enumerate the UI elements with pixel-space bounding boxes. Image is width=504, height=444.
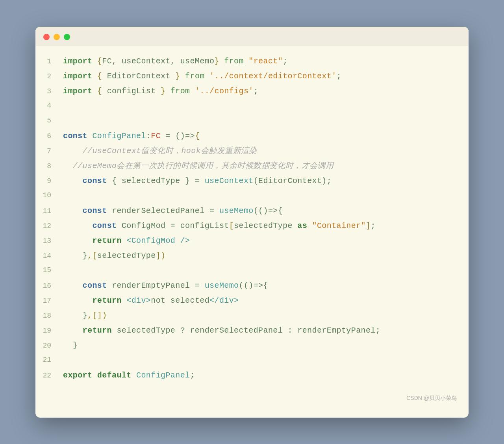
code-line: 17 return <div>not selected</div> (35, 293, 469, 308)
code-token (63, 281, 83, 290)
code-token: ConfigMod (132, 236, 180, 245)
code-token (63, 176, 83, 185)
code-token (63, 206, 83, 215)
code-line: 8 //useMemo会在第一次执行的时候调用，其余时候数据变化时，才会调用 (35, 159, 469, 174)
line-number: 16 (35, 280, 59, 292)
line-number: 18 (35, 310, 59, 322)
code-line: 6const ConfigPanel:FC = ()=>{ (35, 129, 469, 144)
line-number: 21 (35, 354, 59, 366)
code-line: 7 //useContext值变化时，hook会触发重新渲染 (35, 144, 469, 159)
code-token: '../configs' (195, 87, 254, 96)
line-content: const ConfigPanel:FC = ()=>{ (59, 130, 200, 143)
code-token: useMemo (219, 206, 254, 215)
code-token: useMemo (205, 281, 239, 290)
code-token: as (297, 221, 307, 230)
code-token: FC, useContext, useMemo (102, 57, 214, 66)
line-number: 1 (35, 56, 59, 68)
code-line: 12 const ConfigMod = configList[selected… (35, 218, 469, 233)
code-token: const (83, 281, 112, 290)
code-token: } (63, 311, 87, 320)
line-number: 10 (35, 189, 59, 202)
code-token: < (126, 236, 131, 245)
code-token: from (165, 87, 195, 96)
close-button[interactable] (43, 34, 50, 40)
line-number: 9 (35, 175, 59, 187)
line-number: 3 (35, 85, 59, 98)
code-token (63, 221, 92, 230)
watermark-text: CSDN @贝贝小荣鸟 (35, 391, 469, 402)
code-token: ; (371, 221, 375, 230)
code-token: EditorContext (258, 176, 322, 185)
code-token: renderSelectedPanel = (112, 206, 219, 215)
code-token: { (97, 87, 107, 96)
titlebar (35, 27, 469, 46)
line-content: } (59, 339, 78, 352)
code-line: 9 const { selectedType } = useContext(Ed… (35, 174, 469, 189)
code-token: selectedType (97, 251, 156, 260)
code-token: { (97, 72, 107, 81)
code-line: 11 const renderSelectedPanel = useMemo((… (35, 204, 469, 218)
line-number: 17 (35, 295, 59, 307)
code-token: ]) (156, 251, 166, 260)
line-content: return selectedType ? renderSelectedPane… (59, 324, 380, 337)
code-token: { selectedType } = (112, 176, 205, 185)
maximize-button[interactable] (64, 34, 70, 40)
code-token: (()=>{ (239, 281, 268, 290)
line-number: 2 (35, 70, 59, 83)
code-token: : (146, 131, 151, 141)
code-token: ]) (97, 311, 107, 320)
code-token: ; (283, 57, 287, 66)
code-editor: 1import {FC, useContext, useMemo} from "… (35, 46, 469, 391)
code-line: 1import {FC, useContext, useMemo} from "… (35, 54, 469, 69)
code-token: ; (190, 371, 195, 380)
code-token: return (92, 236, 126, 245)
code-token (63, 236, 92, 245)
code-token: ; (337, 72, 341, 81)
code-token (63, 326, 83, 335)
line-content: //useMemo会在第一次执行的时候调用，其余时候数据变化时，才会调用 (59, 159, 334, 173)
code-line: 14 },[selectedType]) (35, 248, 469, 263)
code-token: import (63, 57, 97, 66)
code-token: EditorContext (107, 72, 176, 81)
code-token: const (83, 206, 112, 215)
code-line: 21 (35, 353, 469, 368)
code-line: 4 (35, 99, 469, 114)
code-line: 5 (35, 114, 469, 129)
code-token: </div> (209, 296, 239, 305)
code-token: /> (180, 236, 190, 245)
code-token: ); (322, 176, 332, 185)
code-line: 13 return <ConfigMod /> (35, 233, 469, 248)
code-token: not selected (151, 296, 209, 305)
code-token: } (214, 57, 219, 66)
code-token: { (97, 57, 102, 66)
minimize-button[interactable] (54, 34, 60, 40)
code-token: { (195, 131, 200, 141)
line-number: 4 (35, 100, 59, 112)
line-content: const ConfigMod = configList[selectedTyp… (59, 219, 376, 233)
code-line: 19 return selectedType ? renderSelectedP… (35, 323, 469, 338)
code-token (63, 296, 92, 305)
code-token: from (180, 72, 209, 81)
code-token: import (63, 87, 97, 96)
code-token: default (97, 371, 136, 380)
line-number: 6 (35, 130, 59, 142)
code-token: return (83, 326, 117, 335)
code-token: "react" (248, 57, 283, 66)
code-token: (()=>{ (254, 206, 283, 215)
code-token: FC (151, 131, 161, 141)
code-token: const (63, 131, 92, 141)
code-token: useContext (205, 176, 254, 185)
code-token: ConfigPanel (92, 131, 146, 141)
code-token: return (92, 296, 126, 305)
code-token: renderEmptyPanel = (112, 281, 205, 290)
line-content: },[]) (59, 309, 107, 322)
line-content: import { EditorContext } from '../contex… (59, 70, 341, 83)
line-content: import { configList } from '../configs'; (59, 85, 258, 98)
code-line: 15 (35, 263, 469, 278)
code-token: const (92, 221, 121, 230)
line-content: const renderEmptyPanel = useMemo(()=>{ (59, 279, 268, 292)
line-content: const renderSelectedPanel = useMemo(()=>… (59, 204, 283, 218)
code-token: ConfigPanel (136, 371, 190, 380)
code-token: <div> (126, 296, 151, 305)
code-token (307, 221, 312, 230)
